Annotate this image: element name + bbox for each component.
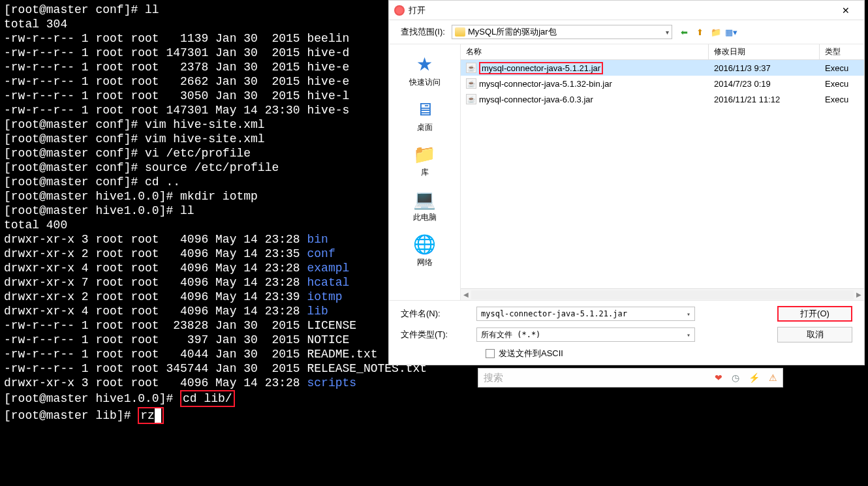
checkbox-icon[interactable]: [486, 349, 495, 358]
file-name: mysql-connector-java-5.1.21.jar: [479, 62, 603, 74]
filetype-label: 文件类型(T):: [401, 329, 466, 341]
lookup-label: 查找范围(I):: [401, 26, 445, 38]
file-list[interactable]: ☕mysql-connector-java-5.1.21.jar2016/11/…: [461, 60, 864, 288]
up-icon[interactable]: ⬆: [694, 26, 706, 38]
bolt-icon[interactable]: ⚡: [749, 372, 760, 383]
place-desktop[interactable]: 🖥桌面: [413, 97, 437, 133]
lookup-value: MySQL所需的驱动jar包: [468, 26, 557, 38]
scroll-right-icon[interactable]: ▶: [856, 291, 861, 298]
java-icon: ☕: [466, 78, 476, 89]
network-icon: 🌐: [413, 232, 437, 256]
file-open-dialog: 打开 ✕ 查找范围(I): MySQL所需的驱动jar包 ▾ ⬅ ⬆ 📁 ▦▾ …: [388, 0, 865, 365]
java-icon: ☕: [466, 63, 476, 73]
place-label: 库: [421, 167, 429, 178]
filetype-value: 所有文件 (*.*): [481, 329, 540, 341]
scroll-left-icon[interactable]: ◀: [463, 291, 469, 298]
file-list-header: 名称 修改日期 类型: [461, 44, 864, 60]
filetype-combo[interactable]: 所有文件 (*.*) ▾: [476, 327, 695, 342]
search-bar[interactable]: 搜索 ❤ ◷ ⚡ ⚠: [478, 368, 783, 387]
file-name: mysql-connector-java-6.0.3.jar: [479, 95, 593, 104]
java-icon: ☕: [466, 94, 476, 104]
file-date: 2014/7/23 0:19: [709, 79, 820, 89]
col-header-type[interactable]: 类型: [820, 44, 864, 59]
lookup-combo[interactable]: MySQL所需的驱动jar包 ▾: [452, 25, 672, 39]
dialog-body: ★快速访问🖥桌面📁库💻此电脑🌐网络 名称 修改日期 类型 ☕mysql-conn…: [389, 44, 864, 301]
col-header-date[interactable]: 修改日期: [709, 44, 820, 59]
file-row[interactable]: ☕mysql-connector-java-5.1.21.jar2016/11/…: [461, 60, 864, 76]
filename-value: mysql-connector-java-5.1.21.jar: [481, 309, 627, 318]
app-icon: [394, 5, 405, 16]
search-placeholder: 搜索: [484, 372, 715, 384]
quick-access-icon: ★: [413, 52, 437, 76]
warning-icon[interactable]: ⚠: [769, 372, 777, 383]
scroll-track[interactable]: [471, 290, 854, 299]
file-date: 2016/11/21 11:12: [709, 95, 820, 104]
filename-label: 文件名(N):: [401, 308, 466, 320]
place-label: 快速访问: [409, 77, 441, 88]
file-pane: 名称 修改日期 类型 ☕mysql-connector-java-5.1.21.…: [461, 44, 864, 300]
ascii-label: 发送文件到ASCII: [499, 348, 563, 359]
chevron-down-icon: ▾: [687, 331, 690, 339]
dialog-bottom: 文件名(N): mysql-connector-java-5.1.21.jar …: [389, 301, 864, 365]
desktop-icon: 🖥: [413, 97, 437, 121]
ascii-checkbox-row[interactable]: 发送文件到ASCII: [401, 348, 852, 359]
file-name: mysql-connector-java-5.1.32-bin.jar: [479, 79, 612, 89]
chevron-down-icon: ▾: [666, 29, 669, 36]
place-network[interactable]: 🌐网络: [413, 232, 437, 268]
libraries-icon: 📁: [413, 142, 437, 166]
file-date: 2016/11/3 9:37: [709, 63, 820, 73]
place-this-pc[interactable]: 💻此电脑: [413, 187, 437, 223]
open-button[interactable]: 打开(O): [777, 306, 852, 322]
file-row[interactable]: ☕mysql-connector-java-5.1.32-bin.jar2014…: [461, 76, 864, 91]
dialog-title: 打开: [409, 5, 833, 16]
close-button[interactable]: ✕: [833, 3, 859, 18]
file-row[interactable]: ☕mysql-connector-java-6.0.3.jar2016/11/2…: [461, 91, 864, 107]
horizontal-scrollbar[interactable]: ◀ ▶: [461, 288, 864, 300]
toolbar-icons: ⬅ ⬆ 📁 ▦▾: [679, 26, 737, 38]
col-header-name[interactable]: 名称: [461, 44, 709, 59]
search-bar-icons: ❤ ◷ ⚡ ⚠: [715, 372, 777, 383]
folder-icon: [455, 27, 465, 37]
clock-icon[interactable]: ◷: [732, 372, 739, 383]
chevron-down-icon: ▾: [687, 311, 690, 318]
file-type: Execu: [820, 79, 864, 89]
back-icon[interactable]: ⬅: [679, 26, 690, 38]
new-folder-icon[interactable]: 📁: [710, 26, 722, 38]
file-type: Execu: [820, 63, 864, 73]
filename-input[interactable]: mysql-connector-java-5.1.21.jar ▾: [476, 307, 695, 321]
place-label: 此电脑: [413, 212, 437, 223]
dialog-toolbar: 查找范围(I): MySQL所需的驱动jar包 ▾ ⬅ ⬆ 📁 ▦▾: [389, 20, 864, 44]
view-icon[interactable]: ▦▾: [726, 26, 737, 38]
cancel-button[interactable]: 取消: [777, 327, 852, 342]
place-label: 网络: [417, 257, 433, 268]
place-quick-access[interactable]: ★快速访问: [409, 52, 441, 88]
place-label: 桌面: [417, 122, 433, 133]
places-sidebar: ★快速访问🖥桌面📁库💻此电脑🌐网络: [389, 44, 461, 300]
file-type: Execu: [820, 95, 864, 104]
this-pc-icon: 💻: [413, 187, 437, 211]
dialog-titlebar[interactable]: 打开 ✕: [389, 1, 864, 20]
heart-icon[interactable]: ❤: [715, 372, 722, 383]
place-libraries[interactable]: 📁库: [413, 142, 437, 178]
